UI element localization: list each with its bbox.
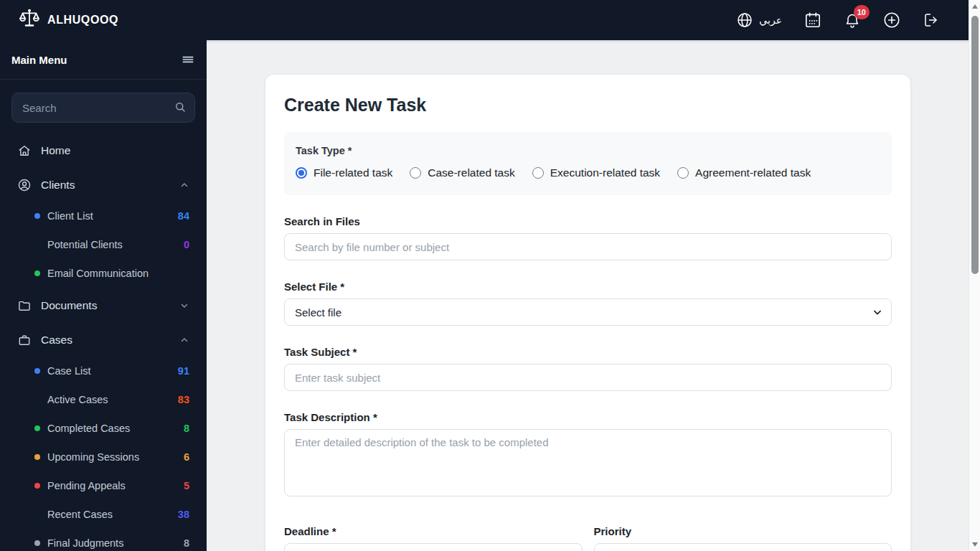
calendar-icon: [804, 11, 822, 29]
radio-file-related-task[interactable]: File-related task: [296, 166, 392, 179]
deadline-label: Deadline *: [284, 525, 583, 537]
sidebar-item-label: Recent Cases: [47, 509, 113, 520]
sidebar-item-documents[interactable]: Documents: [10, 289, 197, 322]
add-new-button[interactable]: [882, 11, 901, 29]
deadline-field: Deadline *: [284, 525, 583, 551]
logout-button[interactable]: [923, 11, 940, 29]
sidebar-item-recent-cases[interactable]: Recent Cases 38: [10, 500, 197, 529]
user-circle-icon: [17, 178, 32, 192]
task-description-field: Task Description *: [284, 411, 892, 499]
scroll-up-arrow[interactable]: [972, 4, 978, 9]
status-dot: [34, 454, 40, 460]
sidebar-item-label: Client List: [47, 210, 93, 222]
brand-logo[interactable]: ALHUQOOQ: [19, 8, 118, 32]
top-actions: عربي 10: [736, 11, 940, 29]
task-type-options: File-related task Case-related task Exec…: [296, 166, 880, 179]
radio-case-related-task[interactable]: Case-related task: [410, 166, 514, 179]
plus-circle-icon: [882, 11, 901, 29]
radio-label: Case-related task: [428, 166, 514, 179]
status-dot: [34, 512, 40, 517]
status-dot: [34, 270, 40, 276]
select-file-field: Select File * Select file: [284, 281, 892, 326]
radio-selected-icon: [296, 167, 307, 179]
calendar-button[interactable]: [804, 11, 822, 29]
status-dot: [34, 397, 40, 402]
hamburger-icon[interactable]: [181, 52, 195, 67]
sidebar-search-input[interactable]: [11, 93, 195, 123]
scrollbar-thumb[interactable]: [971, 16, 979, 274]
home-icon: [17, 143, 32, 158]
task-subject-input[interactable]: [284, 364, 892, 391]
sidebar-nav: Home Clients Client List 84 Potential Cl…: [0, 134, 207, 551]
sidebar-item-label: Cases: [41, 334, 72, 347]
status-dot: [34, 425, 40, 431]
create-task-card: Create New Task Task Type * File-related…: [265, 75, 910, 551]
count-badge: 83: [178, 394, 189, 405]
search-files-input[interactable]: [284, 233, 892, 260]
language-switcher[interactable]: عربي: [736, 11, 782, 29]
status-dot: [34, 483, 40, 489]
search-files-label: Search in Files: [284, 215, 892, 227]
sidebar-header: Main Menu: [0, 40, 207, 80]
sidebar-item-upcoming-sessions[interactable]: Upcoming Sessions 6: [10, 443, 197, 471]
deadline-date-input[interactable]: [284, 543, 583, 551]
notification-count-badge: 10: [854, 5, 870, 19]
task-subject-field: Task Subject *: [284, 346, 892, 391]
sidebar-search: [11, 93, 195, 123]
search-icon: [174, 100, 187, 116]
search-files-field: Search in Files: [284, 215, 892, 260]
status-dot: [34, 368, 40, 374]
count-badge: 6: [184, 451, 189, 463]
language-label: عربي: [759, 14, 782, 26]
radio-label: File-related task: [314, 166, 392, 179]
sidebar-item-final-judgments[interactable]: Final Judgments 8: [10, 529, 197, 551]
sidebar-item-label: Case List: [47, 365, 90, 377]
sidebar-item-label: Clients: [41, 179, 75, 192]
chevron-up-icon: [179, 335, 189, 345]
chevron-down-icon: [179, 301, 189, 311]
priority-label: Priority: [594, 525, 892, 537]
priority-dropdown[interactable]: Medium: [594, 543, 892, 551]
sidebar-item-active-cases[interactable]: Active Cases 83: [10, 385, 197, 414]
count-badge: 5: [184, 480, 189, 491]
sidebar-item-clients[interactable]: Clients: [10, 169, 197, 202]
task-subject-label: Task Subject *: [284, 346, 892, 358]
sidebar-item-pending-appeals[interactable]: Pending Appeals 5: [10, 471, 197, 500]
sidebar-item-client-list[interactable]: Client List 84: [10, 202, 197, 230]
status-dot: [34, 213, 40, 219]
status-dot: [34, 540, 40, 546]
sidebar-title: Main Menu: [11, 54, 67, 66]
select-file-label: Select File *: [284, 281, 892, 293]
radio-agreement-related-task[interactable]: Agreement-related task: [677, 166, 811, 179]
vertical-scrollbar[interactable]: [969, 0, 980, 551]
sidebar-item-label: Active Cases: [47, 394, 108, 405]
main-content: Create New Task Task Type * File-related…: [207, 40, 969, 551]
select-file-dropdown[interactable]: Select file: [284, 298, 892, 326]
chevron-up-icon: [179, 180, 189, 190]
sidebar-item-home[interactable]: Home: [10, 134, 197, 167]
sidebar-item-case-list[interactable]: Case List 91: [10, 357, 197, 385]
count-badge: 38: [178, 509, 189, 520]
count-badge: 84: [178, 210, 189, 222]
sidebar-item-completed-cases[interactable]: Completed Cases 8: [10, 414, 197, 443]
radio-execution-related-task[interactable]: Execution-related task: [532, 166, 660, 179]
status-dot: [34, 242, 40, 248]
sidebar-item-label: Upcoming Sessions: [47, 451, 139, 463]
scales-of-justice-icon: [19, 8, 40, 32]
priority-field: Priority Medium: [594, 525, 892, 551]
radio-label: Execution-related task: [550, 166, 660, 179]
sidebar-item-email-communication[interactable]: Email Communication: [10, 259, 197, 288]
count-badge: 8: [184, 423, 189, 434]
task-type-panel: Task Type * File-related task Case-relat…: [284, 132, 892, 195]
notifications-button[interactable]: 10: [844, 11, 861, 29]
sidebar-item-label: Home: [41, 144, 70, 157]
radio-icon: [677, 167, 689, 179]
count-badge: 8: [184, 537, 189, 549]
sidebar-item-cases[interactable]: Cases: [10, 324, 197, 357]
scroll-down-arrow[interactable]: [972, 542, 978, 547]
count-badge: 91: [178, 365, 189, 377]
top-bar: ALHUQOOQ عربي: [0, 0, 969, 40]
task-description-label: Task Description *: [284, 411, 892, 423]
sidebar-item-potential-clients[interactable]: Potential Clients 0: [10, 230, 197, 259]
task-description-textarea[interactable]: [284, 429, 892, 496]
